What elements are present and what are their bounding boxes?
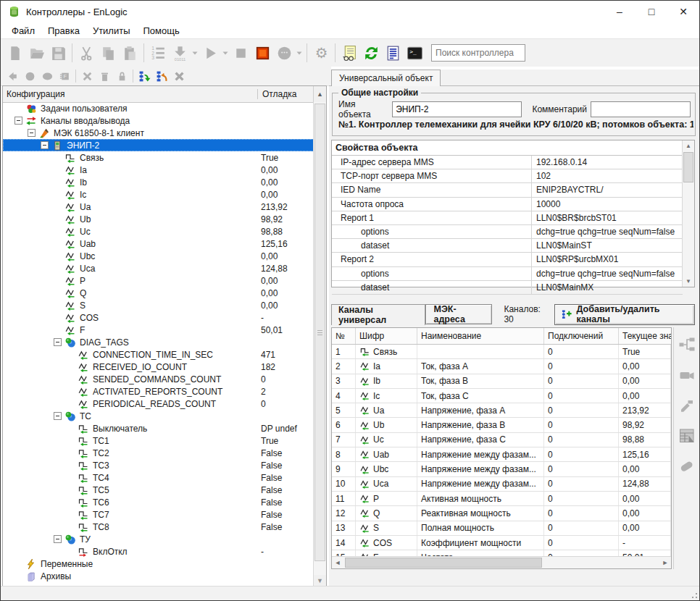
property-row-dataset[interactable]: datasetLLN0$MainMX xyxy=(332,281,683,295)
paste-icon[interactable] xyxy=(119,42,141,64)
nav1-icon[interactable] xyxy=(4,68,21,84)
menu-item-4[interactable]: Помощь xyxy=(137,25,186,36)
tree-row-Выключатель[interactable]: ВыключательDP undef xyxy=(3,422,314,434)
hscroll-left-arrow[interactable]: ◄ xyxy=(332,557,343,568)
tree-row-ТУ[interactable]: ТУ xyxy=(3,533,314,545)
property-row-Частота опроса[interactable]: Частота опроса10000 xyxy=(332,198,683,211)
table-column-5[interactable]: Текущее зна xyxy=(619,328,671,344)
tree-row-Ubc[interactable]: Ubc0,00 xyxy=(3,250,314,262)
tree-row-S[interactable]: S0,00 xyxy=(3,299,314,311)
tree-scrollbar-thumb[interactable] xyxy=(314,104,325,561)
property-row-IED Name[interactable]: IED NameENIP2BAYCTRL/ xyxy=(332,183,683,197)
table-row-Ia[interactable]: 2IaТок, фаза А00,00 xyxy=(332,359,671,374)
property-row-Report 1[interactable]: Report 1LLN0$BR$brcbST01 xyxy=(332,211,683,225)
table-row-COS[interactable]: 14COSКоэффициент мощности0- xyxy=(332,536,671,550)
tree-row-Ua[interactable]: Ua213,92 xyxy=(3,201,314,213)
camera-icon[interactable] xyxy=(677,365,697,385)
search-input[interactable] xyxy=(431,44,525,62)
tree-row-ЭНИП-2[interactable]: ЭНИП-2 xyxy=(3,139,314,151)
property-value[interactable]: LLN0$BR$brcbST01 xyxy=(532,213,683,223)
table-row-Связь[interactable]: 1Связь0True xyxy=(332,345,671,359)
property-value[interactable]: LLN0$MainMX xyxy=(532,282,683,293)
add-remove-channels-button[interactable]: Добавить/удалить каналы xyxy=(554,304,695,325)
properties-scrollbar-thumb[interactable] xyxy=(683,152,693,182)
property-value[interactable]: LLN0$RP$urcbMX01 xyxy=(532,254,683,264)
tree-row-ТС7[interactable]: ТС7False xyxy=(3,508,314,521)
circle-icon[interactable] xyxy=(273,42,295,64)
menu-item-3[interactable]: Утилиты xyxy=(86,25,137,36)
tree-row-F[interactable]: F50,01 xyxy=(3,324,314,336)
properties-vertical-scrollbar[interactable]: ▲ ▼ xyxy=(682,140,694,287)
tree-expander[interactable] xyxy=(54,412,62,420)
menu-item-2[interactable]: Правка xyxy=(41,25,86,36)
tree-row-МЭК 61850-8-1 клиент[interactable]: МЭК 61850-8-1 клиент xyxy=(3,127,314,139)
tree-row-RECEIVED_IO_COUNT[interactable]: RECEIVED_IO_COUNT182 xyxy=(3,361,314,373)
table-row-Ib[interactable]: 3IbТок, фаза В00,00 xyxy=(332,374,671,389)
tree-row-P[interactable]: P0,00 xyxy=(3,274,314,287)
tree-row-Ib[interactable]: Ib0,00 xyxy=(3,176,314,188)
trash-icon[interactable] xyxy=(96,68,113,84)
table-row-P[interactable]: 11PАктивная мощность00,00 xyxy=(332,492,671,506)
tree-row-ТС2[interactable]: ТС2False xyxy=(3,447,314,459)
tree-row-Uab[interactable]: Uab125,16 xyxy=(3,238,314,250)
tree-row-Ia[interactable]: Ia0,00 xyxy=(3,164,314,176)
maximize-button[interactable]: □ xyxy=(636,1,667,22)
tree-row-ТС1[interactable]: ТС1True xyxy=(3,434,314,447)
property-row-dataset[interactable]: datasetLLN0$MainST xyxy=(332,239,683,253)
properties-scroll-up-arrow[interactable]: ▲ xyxy=(683,140,694,151)
grid-doc-icon[interactable] xyxy=(677,426,697,446)
tree-row-DIAG_TAGS[interactable]: DIAG_TAGS xyxy=(3,336,314,348)
tree-row-ТС6[interactable]: ТС6False xyxy=(3,496,314,508)
tree-column-debug[interactable]: Отладка xyxy=(257,89,317,99)
table-column-4[interactable]: Подключений xyxy=(544,328,619,344)
tree-row-SENDED_COMMANDS_COUNT[interactable]: SENDED_COMMANDS_COUNT0 xyxy=(3,373,314,385)
resize-grip[interactable] xyxy=(689,590,698,599)
tree-row-ТС[interactable]: ТС xyxy=(3,410,314,422)
property-value[interactable]: dchg=true qchg=true seqNum=false xyxy=(532,227,683,237)
cut-icon[interactable] xyxy=(75,42,97,64)
tree-row-Q[interactable]: Q0,00 xyxy=(3,287,314,299)
save-icon[interactable] xyxy=(47,42,69,64)
property-value[interactable]: ENIP2BAYCTRL/ xyxy=(532,185,683,195)
tree-expander[interactable] xyxy=(14,117,22,125)
dropdown-arrow-icon[interactable] xyxy=(221,42,230,64)
pause-icon[interactable] xyxy=(230,42,251,64)
minimize-button[interactable]: – xyxy=(604,1,636,22)
tree-row-Uca[interactable]: Uca124,88 xyxy=(3,262,314,274)
branch-icon[interactable] xyxy=(677,335,697,355)
table-row-Uca[interactable]: 10UcaНапряжение между фазам...0124,88 xyxy=(332,477,671,492)
gear-icon[interactable]: ⚙ xyxy=(310,42,332,64)
eraser-icon[interactable] xyxy=(677,456,697,476)
table-row-Ic[interactable]: 4IcТок, фаза С00,00 xyxy=(332,389,671,403)
property-row-TCP-порт сервера MMS[interactable]: TCP-порт сервера MMS102 xyxy=(332,169,683,183)
tree-row-ВклОткл[interactable]: ВклОткл- xyxy=(3,545,314,558)
tree-row-ТС3[interactable]: ТС3False xyxy=(3,459,314,471)
dropdown-arrow-icon[interactable] xyxy=(191,42,199,64)
table-row-S[interactable]: 13SПолная мощность00,00 xyxy=(332,521,671,536)
tree-vertical-scrollbar[interactable] xyxy=(313,102,326,587)
channels-horizontal-scrollbar[interactable]: ◄ ► xyxy=(332,556,671,568)
tab-universal-channels[interactable]: Каналы универсал xyxy=(331,304,425,325)
new-doc-icon[interactable] xyxy=(4,42,25,64)
properties-scroll-down-arrow[interactable]: ▼ xyxy=(683,276,694,287)
dropdown-arrow-icon[interactable] xyxy=(295,42,304,64)
refresh-icon[interactable] xyxy=(360,42,382,64)
copy-icon[interactable] xyxy=(97,42,119,64)
tree-row-Ic[interactable]: Ic0,00 xyxy=(3,188,314,201)
tree-row-CONNECTION_TIME_IN_SEC[interactable]: CONNECTION_TIME_IN_SEC471 xyxy=(3,348,314,361)
terminal-icon[interactable]: >_ xyxy=(404,42,425,64)
tree-expander[interactable] xyxy=(54,338,62,346)
property-value[interactable]: LLN0$MainST xyxy=(532,240,683,251)
lock-icon[interactable] xyxy=(113,68,130,84)
property-row-IP-адрес сервера MMS[interactable]: IP-адрес сервера MMS192.168.0.14 xyxy=(332,156,683,169)
property-value[interactable]: dchg=true qchg=true seqNum=false xyxy=(532,269,683,279)
property-row-options[interactable]: optionsdchg=true qchg=true seqNum=false xyxy=(332,225,683,239)
xgray-icon[interactable] xyxy=(78,68,96,84)
download-binary-icon[interactable]: 01011 xyxy=(169,42,191,64)
tree-expander[interactable] xyxy=(54,535,62,543)
stop-red-icon[interactable] xyxy=(251,42,273,64)
log-doc-icon[interactable] xyxy=(338,42,360,64)
hscroll-right-arrow[interactable]: ► xyxy=(659,557,671,568)
table-column-1[interactable]: № xyxy=(332,328,356,344)
tool-icon[interactable] xyxy=(677,395,697,416)
